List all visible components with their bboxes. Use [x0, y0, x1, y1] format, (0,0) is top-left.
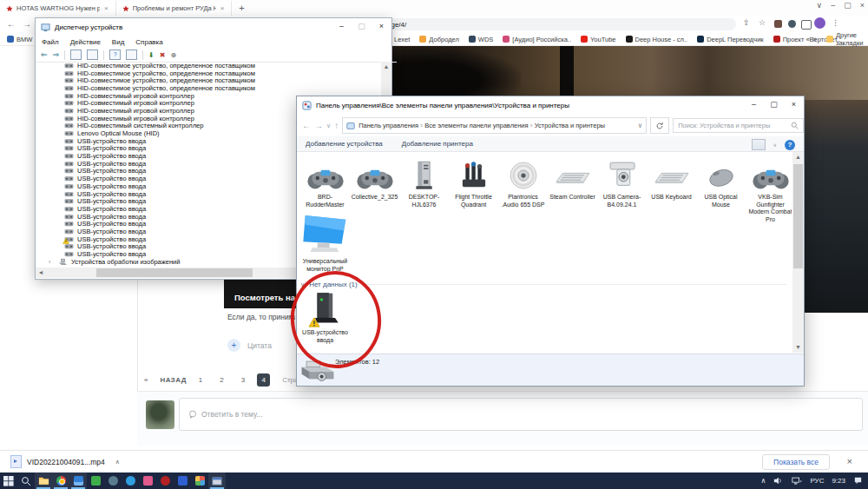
device-tile[interactable]: VKB-Sim Gunfighter Modern Combat Pro: [746, 155, 792, 223]
pagination-current-page[interactable]: 4: [257, 373, 270, 387]
dm-menu-3[interactable]: Справка: [135, 38, 162, 46]
app-drop-taskbar-icon[interactable]: [104, 472, 122, 489]
pagination-back-button[interactable]: НАЗАД: [160, 376, 186, 384]
device-tile[interactable]: Plantronics .Audio 655 DSP: [498, 155, 548, 223]
scroll-up-icon[interactable]: ▲: [381, 62, 391, 72]
reply-input[interactable]: Ответить в тему...: [179, 398, 863, 431]
help-icon[interactable]: ?: [785, 140, 795, 150]
other-bookmarks[interactable]: Другие закладки: [826, 31, 868, 47]
add-printer-button[interactable]: Добавление принтера: [402, 140, 473, 148]
dm-properties-icon[interactable]: [87, 50, 98, 60]
device-tile[interactable]: Collective_2_325: [350, 155, 399, 223]
browser-minimize-button[interactable]: –: [831, 1, 835, 10]
notification-icon[interactable]: [853, 476, 863, 486]
download-item[interactable]: VID20221004091...mp4 ∧: [10, 455, 120, 468]
share-icon[interactable]: ⇪: [743, 18, 750, 27]
search-input[interactable]: Поиск: Устройства и принтеры: [673, 118, 804, 133]
tree-item[interactable]: HID-совместимое устройство, определенное…: [36, 62, 379, 69]
cp-minimize-button[interactable]: –: [744, 96, 764, 113]
plus-icon[interactable]: +: [227, 339, 240, 352]
app-green-taskbar-icon[interactable]: [87, 472, 104, 489]
start-taskbar-icon[interactable]: [0, 472, 17, 489]
device-tile[interactable]: Универсальный монитор PnP: [300, 220, 350, 273]
volume-icon[interactable]: [773, 476, 784, 486]
cp-titlebar[interactable]: Панель управления\Все элементы панели уп…: [297, 96, 804, 115]
dm-console-icon[interactable]: [70, 50, 82, 60]
bookmark-item[interactable]: BMW: [7, 36, 32, 43]
language-indicator[interactable]: РУС: [810, 477, 824, 485]
refresh-button[interactable]: [650, 117, 669, 134]
view-chevron-icon[interactable]: ∨: [773, 142, 777, 148]
dm-help-icon[interactable]: ?: [109, 50, 121, 60]
cp-back-icon[interactable]: ←: [302, 121, 311, 130]
cp-vertical-scrollbar[interactable]: ▲ ▼: [792, 152, 804, 353]
tree-item[interactable]: HID-совместимое устройство, определенное…: [36, 76, 379, 84]
browser-menu-icon[interactable]: ⋮: [832, 18, 839, 27]
file-explorer-taskbar-icon[interactable]: [35, 472, 52, 489]
pagination-page[interactable]: 1: [199, 376, 202, 384]
extension-icon[interactable]: [774, 20, 782, 28]
network-icon[interactable]: [792, 476, 802, 486]
dm-maximize-button[interactable]: ▢: [352, 18, 372, 35]
pagination-page[interactable]: 3: [241, 376, 245, 384]
device-tile[interactable]: USB Optical Mouse: [696, 155, 746, 223]
dm-minimize-button[interactable]: –: [332, 18, 352, 35]
app-grid-taskbar-icon[interactable]: [191, 472, 208, 489]
device-tile[interactable]: Steam Controller: [548, 155, 597, 223]
search-taskbar-icon[interactable]: [17, 472, 35, 489]
tray-hidden-icons[interactable]: ∧: [761, 477, 766, 485]
device-manager-taskbar-icon[interactable]: [208, 472, 226, 489]
extensions-puzzle-icon[interactable]: [788, 20, 796, 28]
download-bar-close-icon[interactable]: ×: [847, 456, 852, 466]
breadcrumb-segment[interactable]: Устройства и принтеры: [535, 122, 605, 129]
pagination-page[interactable]: 2: [220, 376, 223, 384]
cp-maximize-button[interactable]: ▢: [764, 96, 784, 113]
browser-close-button[interactable]: ×: [860, 1, 865, 10]
device-tile[interactable]: USB-устройство ввода: [300, 291, 350, 344]
browser-tab-1[interactable]: Проблемы и ремонт РУДа Hota×: [116, 1, 233, 16]
app-card-taskbar-icon[interactable]: [174, 472, 191, 489]
dm-uninstall-icon[interactable]: ✖: [160, 51, 166, 59]
browser-tab-0[interactable]: HOTAS WARTHOG Нужен ремо×: [0, 1, 116, 16]
app-blue-circle-taskbar-icon[interactable]: [122, 472, 139, 489]
device-tile[interactable]: USB Camera-B4.09.24.1: [597, 155, 647, 223]
cp-up-icon[interactable]: ↑: [334, 121, 339, 130]
group-header[interactable]: ∨ Нет данных (1): [300, 281, 786, 288]
cp-forward-icon[interactable]: →: [314, 121, 323, 130]
breadcrumb[interactable]: Панель управления › Все элементы панели …: [342, 117, 647, 134]
scroll-up-icon[interactable]: ▲: [792, 152, 804, 162]
scroll-down-icon[interactable]: ▼: [792, 342, 804, 353]
breadcrumb-segment[interactable]: Панель управления: [358, 122, 418, 129]
control-panel-window-taskbar-icon[interactable]: [69, 472, 87, 489]
sidebar-icon[interactable]: [801, 20, 812, 30]
add-device-button[interactable]: Добавление устройства: [306, 140, 383, 148]
bookmark-item[interactable]: YouTube: [581, 36, 615, 43]
browser-back-button[interactable]: ←: [7, 19, 16, 29]
browser-forward-button[interactable]: →: [23, 19, 31, 29]
breadcrumb-chevron-icon[interactable]: ∨: [637, 122, 642, 129]
dm-disable-icon[interactable]: ⊕: [171, 51, 177, 59]
device-tile[interactable]: DESKTOP-HJL6376: [399, 155, 449, 223]
view-mode-icon[interactable]: [752, 139, 766, 150]
bookmark-item[interactable]: [Аудио] Российска..: [503, 36, 571, 43]
quote-button[interactable]: Цитата: [247, 341, 272, 350]
dm-menu-1[interactable]: Действие: [70, 38, 101, 46]
cp-history-icon[interactable]: ∨: [326, 122, 331, 129]
tab-close-icon[interactable]: ×: [103, 4, 109, 12]
dm-scan-icon[interactable]: ⬇: [148, 51, 155, 59]
clock[interactable]: 9:23: [832, 477, 845, 485]
device-tile[interactable]: USB Keyboard: [647, 155, 696, 223]
new-tab-button[interactable]: +: [232, 1, 251, 16]
chrome-taskbar-icon[interactable]: [52, 472, 69, 489]
tab-close-icon[interactable]: ×: [220, 4, 226, 12]
dm-menu-0[interactable]: Файл: [42, 38, 59, 46]
show-all-downloads-button[interactable]: Показать все: [762, 454, 830, 470]
tree-item[interactable]: HID-совместимое устройство, определенное…: [36, 84, 379, 92]
breadcrumb-segment[interactable]: Все элементы панели управления: [424, 122, 528, 129]
scroll-left-icon[interactable]: ◄: [36, 268, 46, 278]
cp-close-button[interactable]: ×: [784, 96, 804, 113]
profile-avatar[interactable]: [814, 17, 825, 29]
dm-back-icon[interactable]: ⇐: [41, 50, 48, 59]
browser-maximize-button[interactable]: ▢: [844, 1, 852, 10]
bookmark-item[interactable]: DeepL Переводчик: [697, 36, 763, 43]
